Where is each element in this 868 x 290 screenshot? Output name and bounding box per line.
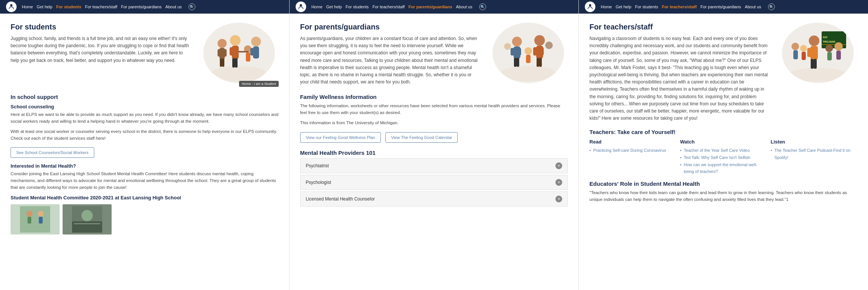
search-icon-p[interactable]: 🔍 — [479, 3, 486, 10]
accordion-counselor-icon: + — [555, 196, 562, 202]
svg-rect-21 — [20, 206, 50, 233]
svg-rect-61 — [793, 50, 798, 59]
providers-title: Mental Health Providers 101 — [300, 150, 568, 156]
wellness-plan-button[interactable]: View our Feeling Good Wellness Plan — [300, 132, 381, 143]
svg-rect-27 — [72, 221, 102, 233]
read-link-1[interactable]: Practicing Self-care During Coronavirus — [589, 147, 676, 154]
svg-point-60 — [791, 43, 799, 50]
in-school-support-title: In school support — [11, 94, 279, 100]
svg-point-62 — [800, 45, 807, 52]
search-icon-t[interactable]: 🔍 — [768, 3, 775, 10]
page-title-parents: For parents/guardians — [300, 23, 489, 31]
nav-gethelp-s[interactable]: Get help — [37, 5, 52, 9]
family-wellness-text: The following information, worksheets or… — [300, 102, 568, 116]
nav-gethelp-p[interactable]: Get help — [326, 5, 342, 9]
rwl-grid: Read Practicing Self-care During Coronav… — [589, 139, 857, 175]
nav-teachers-p[interactable]: For teachers/staff — [373, 5, 405, 9]
nav-about-p[interactable]: About us — [456, 5, 472, 9]
svg-rect-18 — [250, 48, 254, 56]
student-image-2 — [63, 204, 112, 234]
mental-health-interest-title: Interested in Mental Health? — [11, 163, 279, 169]
nav-links-teachers: Home Get help For students For teachers/… — [601, 5, 761, 9]
family-wellness-title: Family Wellness Information — [300, 94, 568, 100]
svg-rect-4 — [218, 49, 221, 57]
nav-teachers-t[interactable]: For teachers/staff — [662, 5, 696, 9]
accordion-psychiatrist[interactable]: Psychiatrist + — [300, 158, 568, 173]
logo-teachers[interactable] — [585, 2, 595, 12]
committee-title: Student Mental Health Committee 2020-202… — [11, 195, 279, 201]
nav-students-p[interactable]: For students — [346, 5, 369, 9]
svg-point-54 — [809, 35, 819, 46]
nav-parents-s[interactable]: For parents/guardians — [121, 5, 162, 9]
nav-teachers: Home Get help For students For teachers/… — [579, 0, 868, 14]
hero-text-teachers: For teachers/staff Navigating a classroo… — [589, 23, 778, 122]
watch-link-2[interactable]: Ted Talk: Why Self Care Isn't Selfish — [680, 154, 767, 161]
accordion-counselor[interactable]: Licensed Mental Health Counselor + — [300, 191, 568, 207]
svg-rect-58 — [811, 59, 814, 69]
svg-rect-34 — [511, 48, 514, 56]
svg-rect-42 — [533, 47, 537, 56]
hero-section-parents: For parents/guardians As parents/guardia… — [300, 23, 568, 87]
nav-about-t[interactable]: About us — [745, 5, 761, 9]
nav-teachers-s[interactable]: For teachers/staff — [85, 5, 117, 9]
hero-badge-students: Home - I am a Student — [239, 81, 279, 87]
intro-teachers: Navigating a classroom of students is no… — [589, 35, 770, 122]
panel-students: Home Get help For students For teachers/… — [0, 0, 289, 290]
school-counseling-title: School counseling — [11, 104, 279, 110]
svg-point-46 — [545, 42, 553, 49]
nav-home-s[interactable]: Home — [22, 5, 33, 9]
svg-rect-45 — [539, 58, 542, 67]
content-parents: For parents/guardians As parents/guardia… — [290, 14, 579, 290]
nav-home-t[interactable]: Home — [601, 5, 612, 9]
svg-point-22 — [26, 211, 32, 217]
svg-point-1 — [211, 66, 267, 81]
accordion-psychologist-label: Psychologist — [306, 180, 331, 185]
nav-students-t[interactable]: For students — [635, 5, 658, 9]
svg-point-48 — [589, 4, 591, 6]
svg-point-49 — [788, 68, 848, 82]
watch-link-3[interactable]: How can we support the emotional well-be… — [680, 161, 767, 175]
nav-gethelp-t[interactable]: Get help — [616, 5, 632, 9]
watch-link-1[interactable]: Teacher of the Year Self Care Video — [680, 147, 767, 154]
page-title-students: For students — [11, 23, 199, 31]
hero-image-teachers: GO TROJANS — [782, 23, 857, 87]
accordion-psychologist[interactable]: Psychologist + — [300, 175, 568, 190]
panel-parents: Home Get help For students For teachers/… — [289, 0, 579, 290]
svg-point-32 — [512, 37, 522, 46]
hero-text-students: For students Juggling school, family, an… — [11, 23, 199, 64]
listen-link-1[interactable]: The Teacher Self Care Podcast-Find it on… — [771, 147, 857, 161]
nav-students-s[interactable]: For students — [56, 5, 81, 9]
accordion-psychiatrist-label: Psychiatrist — [306, 163, 329, 168]
nav-parents-t[interactable]: For parents/guardians — [701, 5, 741, 9]
calendar-button[interactable]: View The Feeling Good Calendar — [385, 132, 458, 143]
svg-point-2 — [218, 39, 227, 48]
student-image-1 — [11, 204, 60, 234]
svg-text:GO: GO — [823, 35, 827, 39]
accordion-psychologist-icon: + — [555, 179, 562, 186]
listen-title: Listen — [771, 139, 857, 145]
hero-text-parents: For parents/guardians As parents/guardia… — [300, 23, 489, 86]
content-students: For students Juggling school, family, an… — [0, 14, 289, 290]
logo-students[interactable] — [6, 2, 17, 12]
watch-column: Watch Teacher of the Year Self Care Vide… — [680, 139, 767, 175]
svg-rect-56 — [807, 48, 811, 57]
nav-parents-p[interactable]: For parents/guardians — [408, 5, 452, 9]
hero-image-parents — [492, 23, 568, 87]
wellness-buttons: View our Feeling Good Wellness Plan View… — [300, 130, 568, 143]
nav-links-students: Home Get help For students For teachers/… — [22, 5, 182, 9]
svg-rect-67 — [836, 51, 841, 60]
nav-home-p[interactable]: Home — [311, 5, 322, 9]
search-icon-s[interactable]: 🔍 — [189, 3, 195, 10]
teachers-selfcare-title: Teachers: Take care of Yourself! — [589, 129, 857, 135]
nav-about-s[interactable]: About us — [166, 5, 182, 9]
svg-point-8 — [230, 35, 241, 46]
svg-point-30 — [300, 4, 302, 6]
svg-rect-10 — [230, 47, 233, 56]
logo-parents[interactable] — [296, 2, 306, 12]
school-counseling-p1: Here at ELPS we want to be able to provi… — [11, 111, 279, 125]
hero-image-students: Home - I am a Student — [203, 23, 279, 87]
counselors-button[interactable]: See School Counselors/Social Workers — [11, 147, 94, 158]
svg-rect-39 — [526, 55, 531, 63]
listen-column: Listen The Teacher Self Care Podcast-Fin… — [771, 139, 857, 175]
svg-point-38 — [524, 47, 532, 55]
